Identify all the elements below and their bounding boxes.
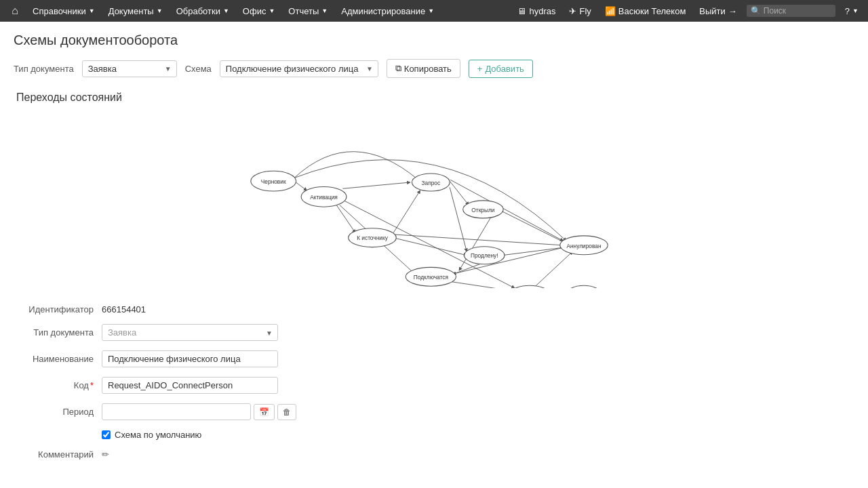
nav-logout[interactable]: Выйти → — [695, 4, 741, 18]
svg-line-13 — [452, 282, 515, 288]
id-label: Идентификатор — [14, 304, 102, 314]
svg-text:Подключатся: Подключатся — [414, 274, 448, 281]
nav-label-guides: Справочники — [33, 6, 86, 16]
chevron-down-icon: ▼ — [269, 7, 275, 14]
doc-type-row: Тип документа Заявка ▼ — [14, 324, 854, 341]
doc-type-form-label: Тип документа — [14, 327, 102, 338]
help-button[interactable]: ? ▼ — [841, 4, 863, 18]
period-controls: 📅 🗑 — [102, 403, 296, 420]
nav-fly[interactable]: ✈ Fly — [565, 4, 595, 18]
nav-item-documents[interactable]: Документы ▼ — [103, 3, 168, 19]
clear-date-button[interactable]: 🗑 — [277, 404, 296, 420]
code-input[interactable] — [102, 377, 278, 394]
plus-icon: + — [477, 64, 483, 74]
monitor-icon: 🖥 — [517, 6, 526, 16]
nav-fly-label: Fly — [579, 6, 591, 16]
nav-item-processing[interactable]: Обработки ▼ — [171, 3, 235, 19]
comment-label: Комментарий — [14, 449, 102, 460]
svg-text:Продлену!: Продлену! — [471, 252, 498, 259]
svg-line-12 — [502, 247, 566, 256]
chevron-down-icon: ▼ — [321, 7, 328, 14]
svg-text:Аннулирован: Аннулирован — [566, 243, 601, 249]
home-icon: ⌂ — [12, 5, 18, 17]
nav-item-office[interactable]: Офис ▼ — [237, 3, 281, 19]
info-section: Идентификатор 666154401 Тип документа За… — [14, 302, 854, 472]
svg-text:К источнику: К источнику — [357, 235, 389, 241]
diagram-area: Черновик Активация Запрос Открыли К исто… — [14, 112, 854, 288]
signal-icon: 📶 — [605, 6, 616, 16]
svg-text:Активация: Активация — [310, 194, 338, 201]
svg-text:Открыли: Открыли — [471, 207, 494, 214]
nav-label-documents: Документы — [108, 6, 154, 16]
add-label: Добавить — [485, 64, 524, 74]
edit-icon[interactable]: ✏ — [102, 449, 109, 460]
page-content: Схемы документооборота Тип документа Зая… — [0, 22, 868, 483]
plane-icon: ✈ — [569, 6, 576, 16]
chevron-down-icon: ▼ — [428, 7, 434, 14]
copy-label: Копировать — [404, 64, 452, 74]
nav-company[interactable]: 📶 Васюки Телеком — [601, 4, 690, 18]
nav-label-reports: Отчеты — [288, 6, 319, 16]
period-row: Период 📅 🗑 — [14, 403, 854, 420]
id-row: Идентификатор 666154401 — [14, 304, 854, 314]
workflow-diagram: Черновик Активация Запрос Открыли К исто… — [14, 112, 854, 288]
default-schema-label[interactable]: Схема по умолчанию — [115, 430, 201, 440]
doc-type-form-select[interactable]: Заявка — [102, 324, 278, 341]
add-button[interactable]: + Добавить — [469, 60, 533, 78]
chevron-down-icon: ▼ — [852, 7, 859, 14]
svg-line-9 — [393, 238, 467, 256]
doc-type-select[interactable]: Заявка — [82, 60, 177, 77]
id-value: 666154401 — [102, 304, 146, 314]
name-label: Наименование — [14, 354, 102, 364]
page-title: Схемы документооборота — [14, 33, 854, 48]
doc-type-select-wrapper: Заявка ▼ — [82, 60, 177, 77]
svg-line-16 — [535, 251, 573, 287]
nav-logout-label: Выйти — [699, 6, 726, 16]
schema-select[interactable]: Подключение физического лица — [220, 60, 378, 77]
svg-line-8 — [393, 190, 420, 233]
nav-label-processing: Обработки — [176, 6, 220, 16]
doc-type-label: Тип документа — [14, 64, 74, 74]
nav-right: 🖥 hydras ✈ Fly 📶 Васюки Телеком Выйти → … — [513, 4, 863, 18]
nav-label-office: Офис — [243, 6, 267, 16]
nav-item-admin[interactable]: Администрирование ▼ — [336, 3, 439, 19]
code-label: Код — [14, 380, 102, 390]
calendar-button[interactable]: 📅 — [254, 404, 275, 420]
default-schema-checkbox[interactable] — [102, 430, 111, 439]
copy-icon: ⧉ — [395, 63, 401, 74]
copy-button[interactable]: ⧉ Копировать — [387, 59, 460, 78]
nav-company-label: Васюки Телеком — [618, 6, 686, 16]
svg-line-1 — [342, 182, 410, 188]
comment-controls: ✏ — [102, 449, 109, 460]
name-input[interactable] — [102, 350, 278, 367]
chevron-down-icon: ▼ — [157, 7, 163, 14]
nav-hydras-label: hydras — [529, 6, 555, 16]
svg-line-4 — [450, 187, 467, 251]
comment-row: Комментарий ✏ — [14, 449, 854, 460]
search-box: 🔍 — [747, 5, 835, 17]
nav-hydras[interactable]: 🖥 hydras — [513, 4, 559, 18]
doc-type-form-select-wrapper: Заявка ▼ — [102, 324, 278, 341]
navbar: ⌂ Справочники ▼ Документы ▼ Обработки ▼ … — [0, 0, 868, 22]
period-input[interactable] — [102, 403, 251, 420]
schema-select-wrapper: Подключение физического лица ▼ — [220, 60, 378, 77]
svg-point-37 — [566, 285, 601, 288]
help-icon: ? — [845, 6, 850, 16]
home-button[interactable]: ⌂ — [5, 1, 24, 20]
code-row: Код — [14, 377, 854, 394]
calendar-icon: 📅 — [259, 407, 269, 417]
svg-text:Запрос: Запрос — [422, 180, 441, 186]
nav-item-guides[interactable]: Справочники ▼ — [27, 3, 100, 19]
delete-icon: 🗑 — [283, 407, 291, 417]
schema-label: Схема — [185, 64, 212, 74]
nav-item-reports[interactable]: Отчеты ▼ — [283, 3, 333, 19]
svg-line-6 — [502, 211, 565, 243]
svg-point-35 — [509, 285, 549, 288]
search-input[interactable] — [764, 6, 831, 16]
toolbar: Тип документа Заявка ▼ Схема Подключение… — [14, 59, 854, 78]
default-schema-checkbox-row: Схема по умолчанию — [102, 430, 201, 440]
name-row: Наименование — [14, 350, 854, 367]
transitions-title: Переходы состояний — [14, 92, 854, 104]
period-label: Период — [14, 407, 102, 417]
chevron-down-icon: ▼ — [223, 7, 229, 14]
